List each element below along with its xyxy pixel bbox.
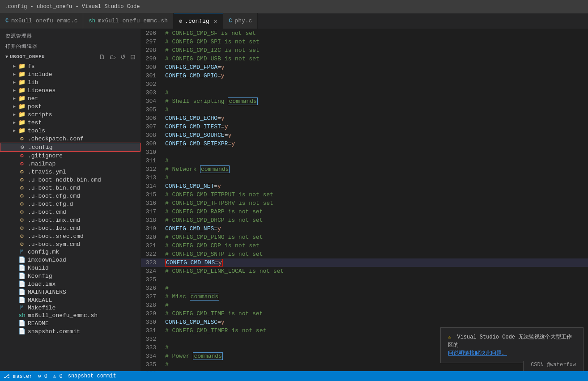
status-warnings: ⚠ 0 [53,373,63,380]
sidebar-item-post[interactable]: ▶📁post [0,102,141,110]
sidebar-item--u-boot-lds-cmd[interactable]: ⚙.u-boot.lds.cmd [0,224,141,232]
tab-close[interactable]: ✕ [214,17,217,25]
sidebar-item-MAKEALL[interactable]: 📄MAKEALL [0,296,141,304]
file-icon: 📄 [18,272,26,279]
sidebar-item-Makefile[interactable]: MMakefile [0,304,141,312]
line-content: CONFIG_CMD_NFS=y [163,224,588,233]
folder-icon: 📁 [18,119,26,126]
sidebar-item-snapshot-commit[interactable]: 📄snapshot.commit [0,327,141,335]
line-number: 333 [141,343,163,352]
sidebar-item--u-boot-bin-cmd[interactable]: ⚙.u-boot.bin.cmd [0,184,141,192]
code-line-307: 307CONFIG_CMD_ITEST=y [141,123,588,131]
tab-label: .config [185,18,209,25]
sidebar-item-include[interactable]: ▶📁include [0,70,141,78]
line-number: 312 [141,165,163,174]
sidebar-item-README[interactable]: 📄README [0,319,141,327]
sidebar-item--travis-yml[interactable]: ⚙.travis.yml [0,168,141,176]
sidebar-item--gitignore[interactable]: ⚙.gitignore [0,152,141,160]
item-label: MAINTAINERS [28,289,141,296]
code-line-298: 298# CONFIG_CMD_I2C is not set [141,46,588,55]
item-label: .u-boot.srec.cmd [28,233,141,240]
item-label: test [28,119,141,126]
gear-icon: ⚙ [18,208,26,216]
project-section[interactable]: ▼ UBOOT_ONEFU 🗋 🗁 ↺ ⊟ [0,51,141,62]
line-number: 318 [141,216,163,224]
sidebar-item-Kconfig[interactable]: 📄Kconfig [0,272,141,280]
sidebar-item--u-boot-cmd[interactable]: ⚙.u-boot.cmd [0,208,141,216]
collapse-btn[interactable]: ⊟ [129,52,137,61]
code-editor[interactable]: 296# CONFIG_CMD_SF is not set297# CONFIG… [141,29,588,371]
line-number: 307 [141,123,163,131]
sidebar-item-imxdownload[interactable]: 📄imxdownload [0,256,141,264]
line-content: # [163,174,588,182]
tab-tab-phy[interactable]: Cphy.c [223,13,258,29]
line-number: 316 [141,199,163,207]
sidebar-item--u-boot-nodtb-bin-cmd[interactable]: ⚙.u-boot-nodtb.bin.cmd [0,176,141,184]
sidebar-item--u-boot-imx-cmd[interactable]: ⚙.u-boot.imx.cmd [0,216,141,224]
folder-icon: 📁 [18,95,26,102]
line-number: 301 [141,72,163,80]
line-number: 310 [141,148,163,157]
sidebar-item-tools[interactable]: ▶📁tools [0,127,141,135]
sidebar-item--u-boot-srec-cmd[interactable]: ⚙.u-boot.srec.cmd [0,232,141,240]
tab-icon-config: ⚙ [179,18,182,25]
sidebar-item-config-mk[interactable]: Mconfig.mk [0,248,141,256]
sidebar-item--config[interactable]: ⚙.config [0,143,141,152]
code-line-326: 326# [141,284,588,292]
sidebar-item-MAINTAINERS[interactable]: 📄MAINTAINERS [0,288,141,296]
line-content: # CONFIG_CMD_TFTPSRV is not set [163,199,588,207]
sidebar-item-load-imx[interactable]: 📄load.imx [0,280,141,288]
new-file-btn[interactable]: 🗋 [98,52,107,61]
code-line-310: 310 [141,148,588,157]
sidebar-item-fs[interactable]: ▶📁fs [0,62,141,70]
notification-link[interactable]: 问说明链接解决此问题。 [448,350,507,356]
sidebar-item-Kbuild[interactable]: 📄Kbuild [0,264,141,272]
line-content: # Misc commands [163,292,588,301]
tab-tab-emmc-c[interactable]: Cmx6ull_onefu_emmc.c [0,13,83,29]
gear-icon: ⚙ [18,168,26,175]
folder-arrow: ▶ [11,120,18,125]
code-line-312: 312# Network commands [141,165,588,174]
sidebar-item--checkpatch-conf[interactable]: ⚙.checkpatch.conf [0,135,141,143]
sidebar-item--u-boot-cfg-d[interactable]: ⚙.u-boot.cfg.d [0,200,141,208]
gear-icon: ⚙ [18,176,26,183]
line-number: 328 [141,301,163,309]
tab-tab-config[interactable]: ⚙.config✕ [174,13,223,29]
notification-text: Visual Studio Code 无法监视这个大型工作区的 [448,334,572,348]
notif-footer-text: CSDN @waterfxw [531,362,576,368]
line-content: # [163,301,588,309]
status-errors: ⊗ 0 [38,373,47,380]
item-label: lib [28,79,141,86]
sidebar-item--u-boot-cfg-cmd[interactable]: ⚙.u-boot.cfg.cmd [0,192,141,200]
new-folder-btn[interactable]: 🗁 [108,52,117,61]
sidebar-item-lib[interactable]: ▶📁lib [0,78,141,86]
code-line-306: 306CONFIG_CMD_ECHO=y [141,114,588,123]
status-branch: ⎇ master [4,373,32,380]
sidebar-item--mailmap[interactable]: ⚙.mailmap [0,160,141,168]
sidebar-item-Licenses[interactable]: ▶📁Licenses [0,86,141,94]
sidebar[interactable]: 资源管理器 打开的编辑器 ▼ UBOOT_ONEFU 🗋 🗁 ↺ ⊟ ▶📁fs▶… [0,29,141,371]
line-number: 296 [141,29,163,38]
sidebar-item-scripts[interactable]: ▶📁scripts [0,110,141,119]
sidebar-item-test[interactable]: ▶📁test [0,119,141,127]
gear-icon: ⚙ [18,200,26,207]
line-content: # Shell scripting commands [163,97,588,106]
tab-tab-emmc-sh[interactable]: shmx6ull_onefu_emmc.sh [83,13,173,29]
item-label: include [28,71,141,78]
sidebar-item--u-boot-sym-cmd[interactable]: ⚙.u-boot.sym.cmd [0,240,141,248]
line-content: # [163,89,588,97]
file-icon: 📄 [18,320,26,327]
folder-arrow: ▶ [11,96,18,101]
sidebar-item-net[interactable]: ▶📁net [0,94,141,102]
tab-label: mx6ull_onefu_emmc.sh [98,17,168,24]
folder-icon: 📁 [18,79,26,86]
line-number: 302 [141,80,163,89]
tab-icon-c: C [5,18,9,24]
sidebar-item-mx6ull_onefu_emmc-sh[interactable]: shmx6ull_onefu_emmc.sh [0,312,141,319]
refresh-btn[interactable]: ↺ [119,52,127,61]
line-number: 309 [141,140,163,148]
line-content: CONFIG_CMD_SOURCE=y [163,131,588,140]
code-line-297: 297# CONFIG_CMD_SPI is not set [141,38,588,46]
line-number: 300 [141,63,163,72]
line-number: 335 [141,360,163,369]
